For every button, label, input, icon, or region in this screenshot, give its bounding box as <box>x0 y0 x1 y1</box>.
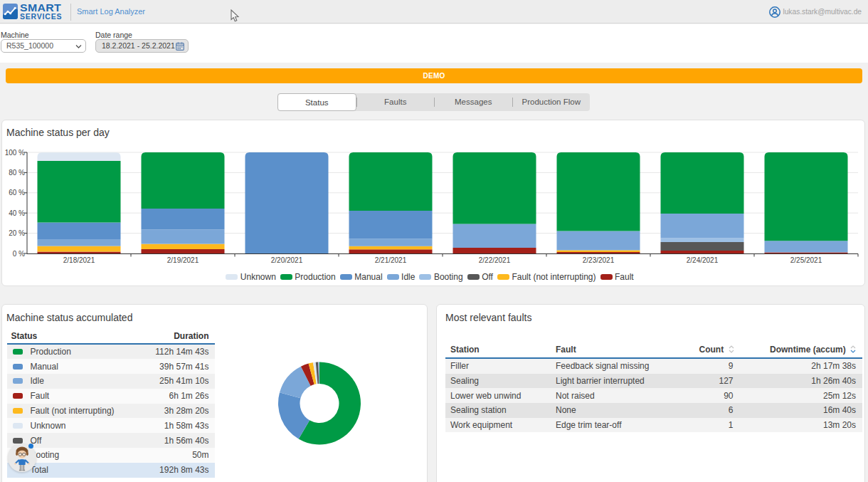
svg-text:2/20/2021: 2/20/2021 <box>271 256 303 264</box>
svg-text:100 %: 100 % <box>5 149 25 157</box>
svg-text:40 %: 40 % <box>9 209 25 217</box>
svg-text:2/18/2021: 2/18/2021 <box>63 256 95 264</box>
svg-text:2/22/2021: 2/22/2021 <box>479 256 511 264</box>
svg-text:2/25/2021: 2/25/2021 <box>790 256 822 264</box>
svg-text:2/19/2021: 2/19/2021 <box>167 256 199 264</box>
svg-text:80 %: 80 % <box>9 169 25 177</box>
svg-text:2/24/2021: 2/24/2021 <box>687 256 719 264</box>
svg-text:2/21/2021: 2/21/2021 <box>375 256 407 264</box>
svg-text:2/23/2021: 2/23/2021 <box>583 256 615 264</box>
svg-text:20 %: 20 % <box>9 229 25 237</box>
svg-text:60 %: 60 % <box>9 189 25 197</box>
svg-text:0 %: 0 % <box>13 250 25 258</box>
